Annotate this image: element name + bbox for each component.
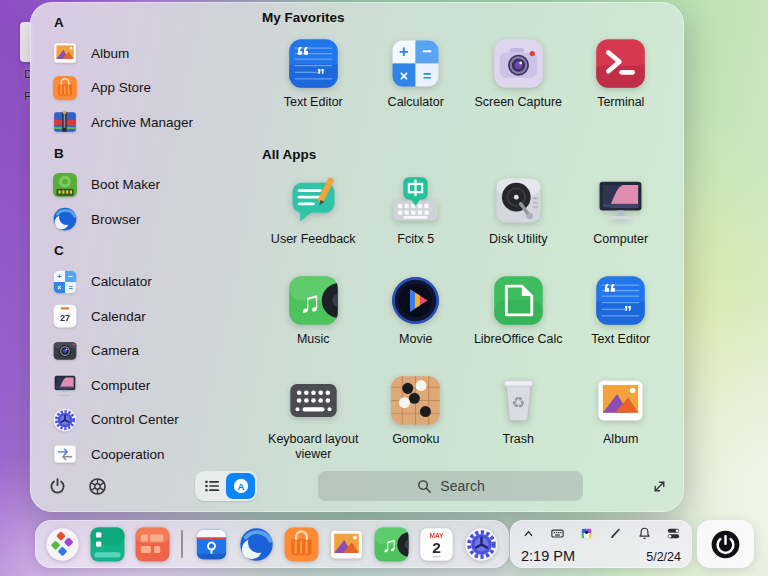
calculator-icon: +−×= — [389, 37, 442, 90]
deepin-emblem-icon — [87, 476, 108, 497]
dock-browser[interactable] — [238, 526, 275, 563]
sidebar-item-app-store[interactable]: App Store — [52, 71, 262, 106]
music-icon: ♫ — [287, 274, 340, 327]
app-label: Keyboard layout viewer — [263, 432, 363, 462]
dock-green-list-app[interactable] — [89, 526, 126, 563]
svg-text:♫: ♫ — [299, 285, 321, 318]
sidebar-item-computer[interactable]: Computer — [52, 368, 262, 403]
svg-text:“: “ — [603, 278, 617, 310]
sidebar-item-album[interactable]: Album — [52, 36, 262, 71]
app-computer[interactable]: Computer — [570, 174, 673, 274]
app-launcher-panel: AAlbumApp StoreArchive ManagerBBoot Make… — [30, 2, 684, 512]
app-user-feedback[interactable]: User Feedback — [262, 174, 365, 274]
dock-album[interactable] — [328, 526, 365, 563]
tray-bell[interactable] — [637, 526, 652, 541]
sidebar-section-letter: B — [52, 140, 262, 168]
dock-app-grid[interactable] — [134, 526, 171, 563]
clock[interactable]: 2:19 PM 5/2/24 — [521, 548, 681, 564]
all-apps-title: All Apps — [262, 147, 672, 162]
app-calculator[interactable]: +−×=Calculator — [365, 37, 468, 133]
app-store-icon — [52, 75, 78, 101]
libreoffice-calc-icon — [492, 274, 545, 327]
gomoku-icon — [389, 374, 442, 427]
tray-input-method[interactable] — [579, 526, 594, 541]
search-icon — [416, 478, 433, 495]
sidebar-item-boot-maker[interactable]: Boot Maker — [52, 168, 262, 203]
date-label: 5/2/24 — [646, 550, 681, 564]
power-dark-icon — [708, 527, 743, 562]
search-input[interactable]: Search — [318, 471, 583, 501]
sidebar-item-calendar[interactable]: 27Calendar — [52, 299, 262, 334]
settings-button[interactable] — [84, 473, 110, 499]
app-text-editor[interactable]: “”Text Editor — [262, 37, 365, 133]
app-text-editor[interactable]: “”Text Editor — [570, 274, 673, 374]
app-label: Album — [603, 432, 638, 447]
app-label: Music — [297, 332, 330, 347]
app-label: Gomoku — [392, 432, 439, 447]
svg-text:=: = — [423, 68, 431, 84]
grid-view-button[interactable]: A — [226, 473, 255, 499]
svg-text:♻: ♻ — [511, 394, 525, 411]
tray-pen[interactable] — [608, 526, 623, 541]
dock-app-store[interactable] — [283, 526, 320, 563]
movie-icon — [389, 274, 442, 327]
tray-chevron-up[interactable] — [521, 526, 536, 541]
fullscreen-expand-button[interactable] — [651, 478, 668, 495]
app-trash[interactable]: ♻Trash — [467, 374, 570, 474]
dock-file-manager[interactable] — [193, 526, 230, 563]
sidebar-item-control-center[interactable]: Control Center — [52, 403, 262, 438]
sidebar-item-cooperation[interactable]: Cooperation — [52, 437, 262, 472]
app-libreoffice-calc[interactable]: LibreOffice Calc — [467, 274, 570, 374]
text-editor-icon: “” — [287, 37, 340, 90]
fcitx-icon — [389, 174, 442, 227]
app-fcitx-5[interactable]: Fcitx 5 — [365, 174, 468, 274]
sidebar-item-calculator[interactable]: +−×=Calculator — [52, 265, 262, 300]
shutdown-button[interactable] — [44, 473, 70, 499]
app-movie[interactable]: Movie — [365, 274, 468, 374]
sidebar-item-label: Archive Manager — [91, 115, 193, 130]
dock-calendar[interactable]: MAY2 — [418, 526, 455, 563]
power-button[interactable] — [697, 520, 754, 568]
album-icon — [594, 374, 647, 427]
calendar-27-icon: 27 — [52, 303, 78, 329]
launcher-footer: A Search — [44, 470, 668, 502]
app-keyboard-layout-viewer[interactable]: Keyboard layout viewer — [262, 374, 365, 474]
dock-control-center[interactable] — [463, 526, 500, 563]
app-label: LibreOffice Calc — [474, 332, 563, 347]
sidebar-item-browser[interactable]: Browser — [52, 202, 262, 237]
sidebar-item-label: Computer — [91, 378, 150, 393]
svg-text:27: 27 — [60, 314, 70, 324]
list-view-button[interactable] — [197, 473, 226, 499]
app-music[interactable]: ♫Music — [262, 274, 365, 374]
dock-music[interactable]: ♫ — [373, 526, 410, 563]
svg-text:−: − — [423, 42, 433, 61]
boot-maker-icon — [52, 172, 78, 198]
app-terminal[interactable]: Terminal — [570, 37, 673, 133]
view-mode-toggle: A — [195, 471, 257, 501]
album-icon — [52, 40, 78, 66]
sidebar-section-letter: A — [52, 8, 262, 36]
app-label: Computer — [593, 232, 648, 247]
svg-text:+: + — [399, 42, 409, 61]
sidebar-item-camera[interactable]: Camera — [52, 334, 262, 369]
app-screen-capture[interactable]: Screen Capture — [467, 37, 570, 133]
sidebar-item-label: Camera — [91, 343, 139, 358]
app-label: Terminal — [597, 95, 644, 110]
app-disk-utility[interactable]: Disk Utility — [467, 174, 570, 274]
list-view-icon — [202, 476, 222, 496]
svg-text:A: A — [237, 481, 244, 492]
cooperation-icon — [52, 441, 78, 467]
app-gomoku[interactable]: Gomoku — [365, 374, 468, 474]
sidebar-item-label: App Store — [91, 80, 151, 95]
svg-text:“: “ — [296, 41, 310, 73]
tray-toggles[interactable] — [666, 526, 681, 541]
tray-keyboard[interactable] — [550, 526, 565, 541]
terminal-icon — [594, 37, 647, 90]
sidebar-item-archive-manager[interactable]: Archive Manager — [52, 105, 262, 140]
app-album[interactable]: Album — [570, 374, 673, 474]
app-label: Movie — [399, 332, 432, 347]
browser-icon — [52, 206, 78, 232]
power-icon — [47, 476, 68, 497]
dock-launcher[interactable] — [44, 526, 81, 563]
sidebar-section-letter: C — [52, 237, 262, 265]
